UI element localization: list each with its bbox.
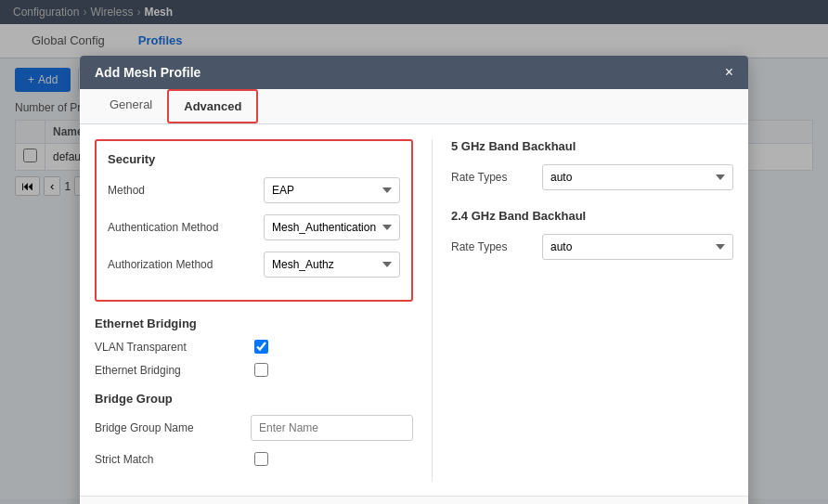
strict-match-label: Strict Match	[95, 453, 243, 466]
modal-body: Security Method EAP PSK None Authenticat…	[80, 124, 748, 496]
band-24ghz-title: 2.4 GHz Band Backhaul	[451, 209, 733, 223]
band-24ghz-section: 2.4 GHz Band Backhaul Rate Types auto ma…	[451, 209, 733, 260]
band-5ghz-rate-row: Rate Types auto manual	[451, 164, 733, 190]
band-5ghz-rate-label: Rate Types	[451, 171, 535, 184]
method-label: Method	[108, 184, 256, 197]
vlan-transparent-checkbox[interactable]	[254, 340, 268, 354]
modal-footer: ↺ Cancel 🖥 Apply to Device	[80, 496, 748, 498]
band-24ghz-rate-label: Rate Types	[451, 240, 535, 253]
ethernet-bridging-label: Ethernet Bridging	[95, 364, 243, 377]
band-5ghz-rate-select[interactable]: auto manual	[542, 164, 733, 190]
authz-method-label: Authorization Method	[108, 258, 256, 271]
bridge-group-name-label: Bridge Group Name	[95, 421, 243, 434]
modal-overlay: Add Mesh Profile × General Advanced Secu…	[0, 0, 828, 498]
modal-header: Add Mesh Profile ×	[80, 56, 748, 89]
vlan-transparent-label: VLAN Transparent	[95, 341, 243, 354]
bridge-group-name-input[interactable]	[251, 415, 413, 441]
band-24ghz-rate-select[interactable]: auto manual	[542, 234, 733, 260]
auth-method-row: Authentication Method Mesh_Authenticatio…	[108, 214, 400, 240]
vlan-transparent-row: VLAN Transparent	[95, 340, 413, 354]
modal-tab-advanced[interactable]: Advanced	[167, 89, 258, 123]
bridge-group-title: Bridge Group	[95, 392, 413, 406]
method-select[interactable]: EAP PSK None	[264, 177, 400, 203]
modal-close-button[interactable]: ×	[725, 65, 733, 80]
band-5ghz-title: 5 GHz Band Backhaul	[451, 139, 733, 153]
security-section: Security Method EAP PSK None Authenticat…	[95, 139, 413, 302]
modal-title: Add Mesh Profile	[95, 65, 201, 80]
modal-tabs: General Advanced	[80, 89, 748, 124]
band-5ghz-section: 5 GHz Band Backhaul Rate Types auto manu…	[451, 139, 733, 190]
band-24ghz-rate-row: Rate Types auto manual	[451, 234, 733, 260]
authz-method-row: Authorization Method Mesh_Authz	[108, 252, 400, 278]
auth-method-label: Authentication Method	[108, 221, 256, 234]
modal-tab-general[interactable]: General	[95, 89, 167, 124]
bridge-group-name-row: Bridge Group Name	[95, 415, 413, 441]
method-row: Method EAP PSK None	[108, 177, 400, 203]
security-title: Security	[108, 152, 400, 166]
modal-right: 5 GHz Band Backhaul Rate Types auto manu…	[433, 139, 733, 481]
ethernet-bridging-checkbox[interactable]	[254, 363, 268, 377]
modal-left: Security Method EAP PSK None Authenticat…	[95, 139, 433, 481]
ethernet-bridging-section: Ethernet Bridging VLAN Transparent Ether…	[95, 317, 413, 377]
bridge-group-section: Bridge Group Bridge Group Name Strict Ma…	[95, 392, 413, 466]
ethernet-bridging-title: Ethernet Bridging	[95, 317, 413, 330]
modal: Add Mesh Profile × General Advanced Secu…	[80, 56, 748, 498]
strict-match-checkbox[interactable]	[254, 452, 268, 466]
authz-method-select[interactable]: Mesh_Authz	[264, 252, 400, 278]
auth-method-select[interactable]: Mesh_Authentication	[264, 214, 400, 240]
ethernet-bridging-row: Ethernet Bridging	[95, 363, 413, 377]
strict-match-row: Strict Match	[95, 452, 413, 466]
